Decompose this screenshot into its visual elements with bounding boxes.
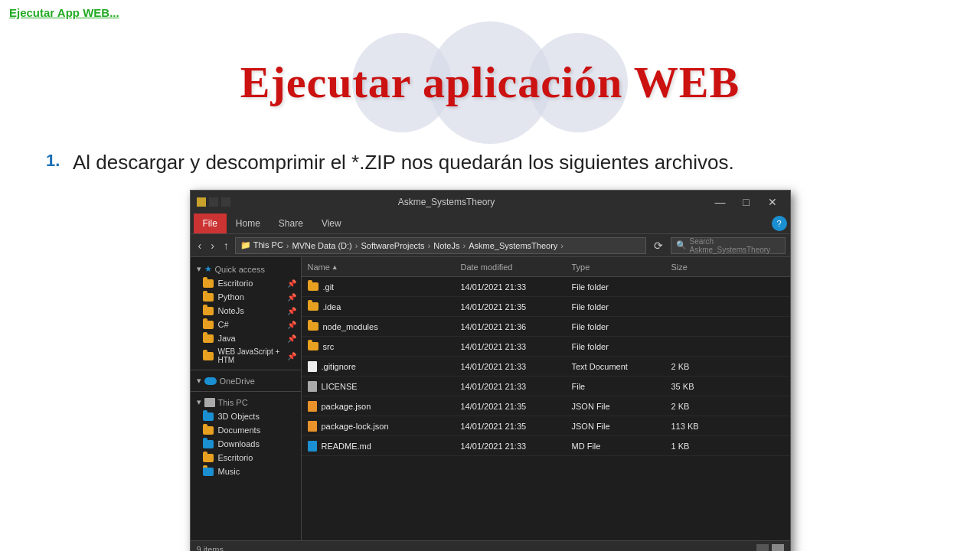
file-size: 1 KB: [671, 442, 725, 451]
file-type: JSON File: [572, 422, 671, 431]
maximize-button[interactable]: □: [735, 194, 758, 210]
tab-share[interactable]: Share: [270, 214, 312, 233]
list-view-icon[interactable]: [756, 544, 769, 551]
table-row[interactable]: src 14/01/2021 21:33 File folder: [302, 337, 790, 357]
quick-access-header[interactable]: ▾ ★ Quick access: [191, 262, 301, 276]
search-box[interactable]: 🔍 Search Askme_SystemsTheory: [671, 237, 786, 254]
sidebar-item-web[interactable]: WEB JavaScript + HTM 📌: [191, 345, 301, 367]
pin-icon: 📌: [287, 307, 296, 315]
file-name: LICENSE: [322, 382, 358, 391]
list-item-1: 1. Al descargar y descomprimir el *.ZIP …: [46, 149, 934, 176]
folder-icon: [203, 454, 214, 462]
file-type: MD File: [572, 442, 671, 451]
tab-home[interactable]: Home: [227, 214, 270, 233]
sidebar-item-escritorio2[interactable]: Escritorio: [191, 451, 301, 465]
folder-icon: [203, 279, 214, 288]
onedrive-label: OneDrive: [220, 377, 255, 386]
file-type: File folder: [572, 302, 671, 311]
sidebar-item-java[interactable]: Java 📌: [191, 331, 301, 345]
file-type: File folder: [572, 342, 671, 351]
path-drive: MVNe Data (D:): [292, 241, 352, 250]
sidebar-label: Music: [218, 467, 240, 476]
onedrive-chevron: ▾: [197, 376, 201, 386]
table-row[interactable]: node_modules 14/01/2021 21:36 File folde…: [302, 317, 790, 337]
pin-icon: 📌: [287, 352, 296, 360]
folder-icon: [308, 342, 318, 350]
address-path[interactable]: 📁 This PC › MVNe Data (D:) › SoftwarePro…: [235, 237, 646, 254]
close-button[interactable]: ✕: [761, 194, 784, 210]
file-name-cell: LICENSE: [308, 381, 461, 392]
up-button[interactable]: ↑: [220, 238, 232, 253]
back-button[interactable]: ‹: [195, 238, 205, 253]
col-header-name[interactable]: Name ▲: [308, 262, 461, 272]
tab-view[interactable]: View: [312, 214, 351, 233]
sidebar-item-csharp[interactable]: C# 📌: [191, 318, 301, 331]
table-row[interactable]: .idea 14/01/2021 21:35 File folder: [302, 297, 790, 317]
thispc-icon: [204, 398, 215, 407]
file-date: 14/01/2021 21:33: [461, 342, 572, 351]
path-pc: 📁 This PC: [240, 240, 283, 250]
folder-icon: [308, 322, 318, 331]
sidebar-item-documents[interactable]: Documents: [191, 423, 301, 437]
folder-icon-blue: [203, 440, 214, 448]
sidebar-item-downloads[interactable]: Downloads: [191, 437, 301, 451]
help-button[interactable]: ?: [772, 216, 787, 231]
search-icon: 🔍: [676, 240, 687, 250]
file-type: JSON File: [572, 402, 671, 411]
col-header-size[interactable]: Size: [671, 262, 725, 272]
file-list-header: Name ▲ Date modified Type Size: [302, 257, 790, 277]
onedrive-header[interactable]: ▾ OneDrive: [191, 373, 301, 388]
file-type: File: [572, 382, 671, 391]
thispc-chevron: ▾: [197, 397, 201, 407]
sidebar-item-escritorio[interactable]: Escritorio 📌: [191, 276, 301, 290]
refresh-button[interactable]: ⟳: [649, 238, 668, 253]
titlebar-controls[interactable]: — □ ✕: [709, 194, 784, 210]
file-name: src: [323, 342, 335, 351]
sidebar-item-3dobjects[interactable]: 3D Objects: [191, 409, 301, 423]
file-size: 113 KB: [671, 422, 725, 431]
file-date: 14/01/2021 21:33: [461, 382, 572, 391]
table-row[interactable]: LICENSE 14/01/2021 21:33 File 35 KB: [302, 377, 790, 396]
sidebar-item-python[interactable]: Python 📌: [191, 290, 301, 304]
pin-icon: 📌: [287, 321, 296, 329]
main-content: 1. Al descargar y descomprimir el *.ZIP …: [46, 149, 934, 551]
md-file-icon: [308, 441, 317, 452]
folder-icon-blue: [203, 412, 214, 421]
sidebar-item-music[interactable]: Music: [191, 465, 301, 478]
minimize-button[interactable]: —: [709, 194, 732, 210]
sidebar-label: Escritorio: [218, 279, 253, 288]
sidebar-label: Documents: [218, 425, 261, 435]
file-name-cell: package.json: [308, 401, 461, 412]
file-name: README.md: [322, 442, 371, 451]
sidebar-label: 3D Objects: [218, 412, 260, 421]
header-area: Ejecutar aplicación WEB: [0, 23, 980, 142]
ribbon-tabs: File Home Share View ?: [191, 214, 790, 233]
file-size: 35 KB: [671, 382, 725, 391]
header-title: Ejecutar aplicación WEB: [240, 57, 740, 108]
table-row[interactable]: .gitignore 14/01/2021 21:33 Text Documen…: [302, 357, 790, 377]
table-row[interactable]: package.json 14/01/2021 21:35 JSON File …: [302, 396, 790, 416]
thispc-header[interactable]: ▾ This PC: [191, 395, 301, 409]
file-name: .git: [323, 282, 335, 292]
explorer-body: ▾ ★ Quick access Escritorio 📌 Python 📌 N…: [191, 257, 790, 540]
sidebar-divider: [191, 370, 301, 370]
table-row[interactable]: README.md 14/01/2021 21:33 MD File 1 KB: [302, 436, 790, 456]
col-header-date[interactable]: Date modified: [461, 262, 572, 272]
numbered-list: 1. Al descargar y descomprimir el *.ZIP …: [46, 149, 934, 176]
file-size: 2 KB: [671, 402, 725, 411]
table-row[interactable]: package-lock.json 14/01/2021 21:35 JSON …: [302, 416, 790, 436]
pin-icon: 📌: [287, 334, 296, 343]
col-header-type[interactable]: Type: [572, 262, 671, 272]
folder-icon: [203, 321, 214, 329]
details-view-icon[interactable]: [772, 544, 784, 551]
tab-file[interactable]: File: [194, 214, 227, 233]
top-link[interactable]: Ejecutar App WEB...: [9, 6, 119, 19]
table-row[interactable]: .git 14/01/2021 21:33 File folder: [302, 277, 790, 297]
file-name-cell: .gitignore: [308, 361, 461, 372]
ribbon: File Home Share View ?: [191, 214, 790, 234]
forward-button[interactable]: ›: [207, 238, 217, 253]
file-name: package.json: [322, 402, 371, 411]
folder-icon: [203, 334, 214, 343]
path-notels: NoteJs: [433, 241, 459, 250]
sidebar-item-notejs[interactable]: NoteJs 📌: [191, 304, 301, 318]
